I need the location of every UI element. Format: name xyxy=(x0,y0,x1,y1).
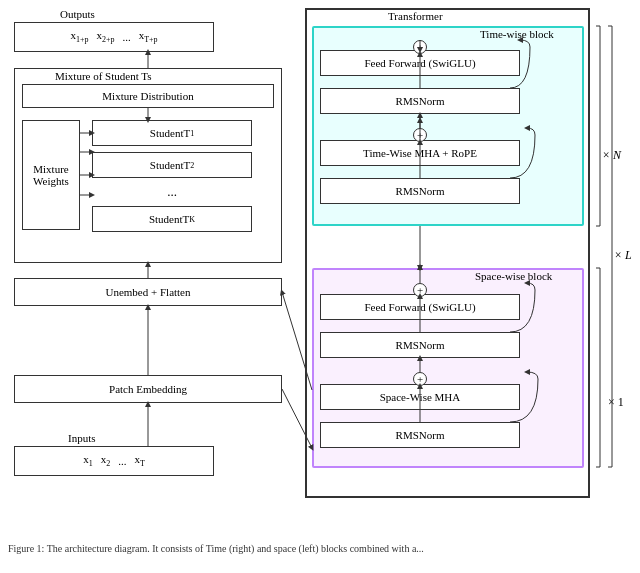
input-cell-2: x2 xyxy=(101,453,111,468)
ff-swiglu-box2: Feed Forward (SwiGLU) xyxy=(320,294,520,320)
student-dots: ... xyxy=(92,184,252,200)
timewise-mha-box: Time-Wise MHA + RoPE xyxy=(320,140,520,166)
bracket-n: × N xyxy=(602,148,621,163)
students-column: StudentT1 StudentT2 ... StudentTK xyxy=(92,120,274,232)
plus-circle-sw-top: + xyxy=(413,283,427,297)
bracket-l: × L xyxy=(614,248,632,263)
unembed-box: Unembed + Flatten xyxy=(14,278,282,306)
output-cell-1: x1+p xyxy=(70,29,88,44)
caption: Figure 1: The architecture diagram. It c… xyxy=(8,543,636,554)
patch-embed-box: Patch Embedding xyxy=(14,375,282,403)
output-cell-2: x2+p xyxy=(96,29,114,44)
plus-circle-tw-top: + xyxy=(413,40,427,54)
rmsnorm-box2: RMSNorm xyxy=(320,178,520,204)
student-box-k: StudentTK xyxy=(92,206,252,232)
rmsnorm-box3: RMSNorm xyxy=(320,332,520,358)
spacewise-mha-box: Space-Wise MHA xyxy=(320,384,520,410)
output-cell-t: xT+p xyxy=(139,29,158,44)
outputs-box: x1+p x2+p ... xT+p xyxy=(14,22,214,52)
mixture-student-label: Mixture of Student Ts xyxy=(55,70,152,82)
student-box-2: StudentT2 xyxy=(92,152,252,178)
input-cell-t: xT xyxy=(134,453,144,468)
bracket-1: × 1 xyxy=(608,395,624,410)
mixture-weights-box: Mixture Weights xyxy=(22,120,80,230)
spacewise-label: Space-wise block xyxy=(475,270,552,282)
output-dots: ... xyxy=(122,31,130,43)
plus-circle-sw-mid: + xyxy=(413,372,427,386)
mixture-distribution-box: Mixture Distribution xyxy=(22,84,274,108)
rmsnorm-box4: RMSNorm xyxy=(320,422,520,448)
input-cell-1: x1 xyxy=(83,453,93,468)
inputs-label: Inputs xyxy=(68,432,96,444)
inputs-box: x1 x2 ... xT xyxy=(14,446,214,476)
transformer-label: Transformer xyxy=(388,10,443,22)
input-dots: ... xyxy=(118,455,126,467)
timewise-label: Time-wise block xyxy=(480,28,554,40)
outputs-label: Outputs xyxy=(60,8,95,20)
rmsnorm-box1: RMSNorm xyxy=(320,88,520,114)
student-box-1: StudentT1 xyxy=(92,120,252,146)
plus-circle-tw-mid: + xyxy=(413,128,427,142)
